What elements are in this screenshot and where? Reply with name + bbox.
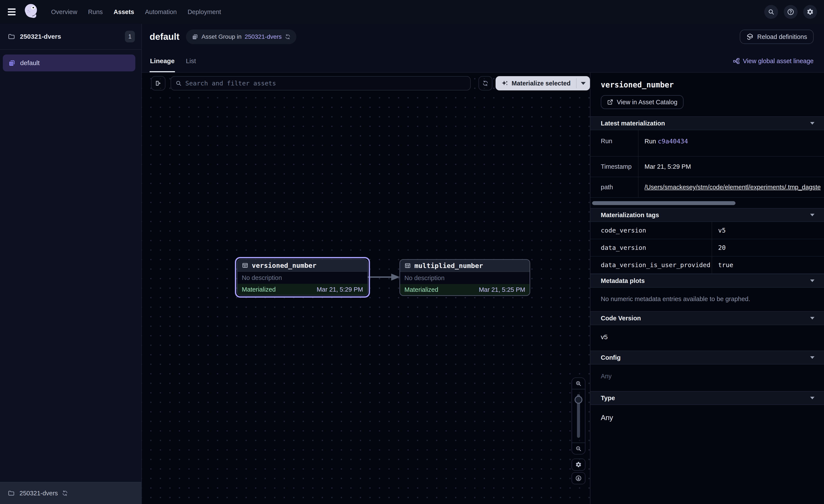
search-button[interactable]	[764, 5, 778, 19]
sidebar-group-row[interactable]: 250321-dvers 1	[0, 24, 141, 50]
settings-button[interactable]	[803, 5, 817, 19]
badge-prefix-text: Asset Group in	[202, 33, 241, 40]
section-config[interactable]: Config	[590, 351, 824, 365]
tag-row: data_version_is_user_provided true	[590, 257, 824, 274]
search-icon	[768, 8, 775, 15]
zoom-slider-handle[interactable]	[575, 396, 583, 404]
asset-node-name: versioned_number	[252, 261, 316, 269]
search-icon	[175, 80, 182, 87]
asset-group-icon	[8, 59, 16, 67]
top-nav: Overview Runs Assets Automation Deployme…	[0, 0, 824, 24]
section-code-version[interactable]: Code Version	[590, 311, 824, 325]
zoom-in-icon	[575, 380, 582, 387]
sidebar-group-count-badge: 1	[125, 31, 135, 42]
asset-group-badge[interactable]: Asset Group in 250321-dvers	[186, 29, 296, 44]
chevron-down-icon	[810, 279, 815, 282]
reload-definitions-label: Reload definitions	[757, 33, 807, 40]
section-title: Type	[601, 395, 615, 402]
search-input[interactable]	[185, 80, 466, 87]
row-value: /Users/smackesey/stm/code/elementl/exper…	[638, 177, 824, 197]
section-title: Config	[601, 354, 621, 361]
asset-details-panel: versioned_number View in Asset Catalog L…	[590, 73, 824, 504]
nav-item-assets[interactable]: Assets	[114, 8, 134, 16]
asset-search-box[interactable]	[171, 76, 471, 91]
run-id-link[interactable]: c9a40434	[658, 138, 688, 145]
sparkle-icon	[501, 80, 509, 87]
asset-node-versioned-number[interactable]: versioned_number No description Material…	[237, 259, 368, 295]
nav-item-runs[interactable]: Runs	[88, 8, 103, 16]
sidebar-group-label: 250321-dvers	[20, 33, 61, 40]
reload-definitions-icon	[746, 33, 754, 40]
zoom-controls	[572, 377, 586, 455]
chevron-down-icon	[810, 356, 815, 359]
materialize-dropdown-button[interactable]	[577, 76, 590, 91]
chevron-down-icon	[810, 397, 815, 399]
run-prefix: Run	[644, 138, 656, 145]
row-label: Run	[590, 130, 638, 156]
sidebar-footer: 250321-dvers	[0, 482, 141, 504]
reload-definitions-button[interactable]: Reload definitions	[740, 30, 814, 44]
gear-icon	[807, 8, 814, 16]
table-row: path /Users/smackesey/stm/code/elementl/…	[590, 177, 824, 198]
sync-icon[interactable]	[285, 34, 291, 40]
table-row: Run Run c9a40434	[590, 130, 824, 157]
row-label: Timestamp	[590, 157, 638, 177]
asset-node-status-bar: Materialized Mar 21, 5:29 PM	[237, 284, 368, 295]
section-metadata-plots[interactable]: Metadata plots	[590, 274, 824, 288]
nav-item-deployment[interactable]: Deployment	[188, 8, 221, 16]
folder-icon	[8, 490, 15, 497]
help-icon	[787, 8, 794, 16]
zoom-in-button[interactable]	[572, 378, 585, 389]
asset-groups-sidebar: 250321-dvers 1 default 250321-dvers	[0, 24, 142, 504]
path-link[interactable]: /Users/smackesey/stm/code/elementl/exper…	[644, 183, 821, 191]
sync-icon[interactable]	[62, 490, 68, 496]
zoom-slider[interactable]	[572, 389, 585, 443]
expand-panel-button[interactable]	[151, 76, 166, 91]
nav-item-overview[interactable]: Overview	[51, 8, 77, 16]
footer-code-location-label: 250321-dvers	[19, 490, 58, 497]
external-link-icon	[607, 99, 613, 105]
sidebar-item-label: default	[20, 59, 39, 67]
download-icon	[575, 475, 582, 482]
asset-node-selected-ring: versioned_number No description Material…	[235, 257, 370, 298]
hamburger-menu-icon[interactable]	[4, 4, 19, 19]
section-type[interactable]: Type	[590, 391, 824, 405]
expand-panel-icon	[155, 80, 162, 87]
tag-row: data_version 20	[590, 239, 824, 257]
tab-lineage[interactable]: Lineage	[149, 50, 175, 72]
asset-node-multiplied-number[interactable]: multiplied_number No description Materia…	[399, 259, 530, 296]
view-in-asset-catalog-label: View in Asset Catalog	[617, 99, 678, 106]
help-button[interactable]	[784, 5, 798, 19]
zoom-out-button[interactable]	[572, 443, 585, 454]
download-graph-button[interactable]	[572, 472, 586, 484]
section-title: Metadata plots	[601, 277, 645, 284]
section-latest-materialization[interactable]: Latest materialization	[590, 116, 824, 130]
lineage-edge-arrow	[367, 272, 401, 282]
asset-node-description: No description	[237, 272, 368, 284]
badge-code-location-link[interactable]: 250321-dvers	[245, 33, 282, 40]
tag-key: code_version	[590, 222, 712, 239]
tag-key: data_version_is_user_provided	[590, 257, 712, 273]
view-in-asset-catalog-button[interactable]: View in Asset Catalog	[601, 95, 684, 109]
chevron-down-icon	[581, 82, 586, 85]
gear-icon	[575, 461, 582, 468]
tab-list[interactable]: List	[185, 50, 196, 72]
folder-icon	[8, 33, 15, 40]
config-value: Any	[590, 365, 824, 391]
view-global-asset-lineage-link[interactable]: View global asset lineage	[733, 57, 814, 65]
materialize-selected-button[interactable]: Materialize selected	[496, 76, 590, 91]
table-row: Timestamp Mar 21, 5:29 PM	[590, 157, 824, 177]
graph-settings-button[interactable]	[572, 459, 586, 471]
section-materialization-tags[interactable]: Materialization tags	[590, 208, 824, 222]
sidebar-item-default[interactable]: default	[3, 54, 135, 72]
lineage-canvas[interactable]: Materialize selected versioned_number No…	[142, 73, 590, 504]
asset-materialization-time: Mar 21, 5:25 PM	[479, 286, 525, 293]
asset-node-status-bar: Materialized Mar 21, 5:25 PM	[400, 284, 530, 295]
section-title: Materialization tags	[601, 212, 659, 219]
asset-node-description: No description	[400, 272, 530, 284]
asset-node-name: multiplied_number	[414, 262, 483, 269]
refresh-graph-button[interactable]	[479, 76, 492, 91]
horizontal-scrollbar[interactable]	[592, 201, 735, 205]
dagster-logo-icon[interactable]	[22, 2, 41, 22]
nav-item-automation[interactable]: Automation	[145, 8, 177, 16]
